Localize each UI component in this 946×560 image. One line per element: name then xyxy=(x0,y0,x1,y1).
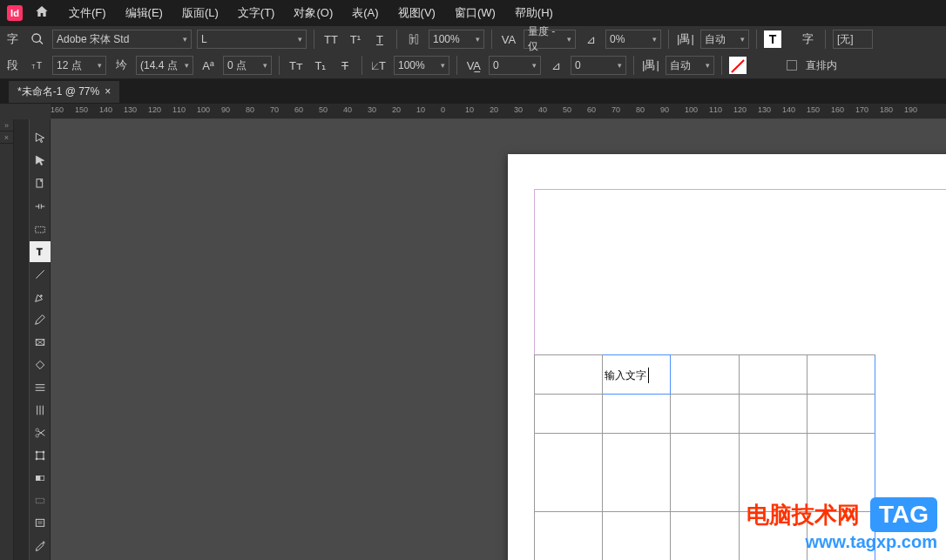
vertical-checkbox[interactable] xyxy=(787,60,797,71)
smallcaps-icon[interactable]: Tᴛ xyxy=(287,56,306,75)
search-font-icon[interactable] xyxy=(28,30,47,49)
app-icon[interactable]: Id xyxy=(7,5,23,21)
document-tab[interactable]: *未命名-1 @ 77% × xyxy=(9,81,119,103)
skew-icon: ⊿ xyxy=(546,56,565,75)
horizontal-grid-tool[interactable] xyxy=(30,377,51,398)
menu-help[interactable]: 帮助(H) xyxy=(507,5,561,21)
selection-tool[interactable] xyxy=(30,128,51,149)
font-style-dropdown[interactable]: L▾ xyxy=(197,30,307,49)
free-transform-tool[interactable] xyxy=(30,445,51,466)
scale-h-icon: T xyxy=(404,30,423,49)
kern2-value: 0 xyxy=(493,59,499,71)
panel-expand-icon[interactable]: » xyxy=(0,119,13,132)
table-cell[interactable] xyxy=(535,434,603,512)
gradient-feather-tool[interactable] xyxy=(30,490,51,511)
canvas[interactable]: 输入文字 xyxy=(51,119,946,560)
table-cell[interactable] xyxy=(807,395,875,434)
line-tool[interactable] xyxy=(30,264,51,285)
auto2-dropdown[interactable]: 自动▾ xyxy=(666,56,714,75)
leading-dropdown[interactable]: (14.4 点▾ xyxy=(136,56,193,75)
content-collector-tool[interactable] xyxy=(30,219,51,240)
scale-v-dropdown[interactable]: 100%▾ xyxy=(394,56,449,75)
subscript-icon[interactable]: T₁ xyxy=(311,56,330,75)
control-row-2: 段 TT 12 点▾ 坅 (14.4 点▾ Aª 0 点▾ Tᴛ T₁ T ⟀T… xyxy=(0,52,946,78)
rectangle-frame-tool[interactable] xyxy=(30,332,51,353)
table-cell[interactable] xyxy=(603,512,671,561)
rectangle-tool[interactable] xyxy=(30,354,51,375)
font-size-value: 12 点 xyxy=(57,58,82,73)
char-mode-label[interactable]: 字 xyxy=(7,31,23,47)
gradient-swatch-tool[interactable] xyxy=(30,468,51,489)
menu-bar: Id 文件(F) 编辑(E) 版面(L) 文字(T) 对象(O) 表(A) 视图… xyxy=(0,0,946,26)
style-none-dropdown[interactable]: [无] xyxy=(833,30,873,49)
eyedropper-tool[interactable] xyxy=(30,536,51,557)
type-tool[interactable]: T xyxy=(30,241,51,262)
table-cell[interactable] xyxy=(739,355,807,395)
menu-object[interactable]: 对象(O) xyxy=(286,5,341,21)
svg-point-7 xyxy=(40,295,42,297)
svg-rect-14 xyxy=(37,452,44,459)
table-cell[interactable] xyxy=(807,355,875,395)
ruler-tick: 140 xyxy=(99,105,112,114)
para-mode-label[interactable]: 字 xyxy=(802,31,818,47)
panel-close-icon[interactable]: × xyxy=(0,132,13,144)
scale-h-value: 100% xyxy=(433,33,460,45)
baseline-shift-dropdown[interactable]: 0 点▾ xyxy=(223,56,272,75)
track2-dropdown[interactable]: 0▾ xyxy=(571,56,626,75)
horizontal-ruler[interactable]: 1601501401301201101009080706050403020100… xyxy=(51,104,946,119)
ruler-tick: 160 xyxy=(831,105,844,114)
control-row-1: 字 Adobe 宋体 Std▾ L▾ TT T¹ T T 100%▾ VA 量度… xyxy=(0,26,946,52)
table-cell[interactable] xyxy=(671,434,739,512)
pen-tool[interactable] xyxy=(30,287,51,307)
table-row: 输入文字 xyxy=(535,355,875,395)
allcaps-icon[interactable]: TT xyxy=(321,30,341,49)
font-size-dropdown[interactable]: 12 点▾ xyxy=(52,56,106,75)
vertical-ruler[interactable] xyxy=(14,119,30,560)
stroke-swatch[interactable] xyxy=(729,57,747,74)
page-tool[interactable] xyxy=(30,173,51,194)
table-cell[interactable] xyxy=(671,395,739,434)
menu-layout[interactable]: 版面(L) xyxy=(174,5,226,21)
svg-point-18 xyxy=(43,458,44,460)
menu-view[interactable]: 视图(V) xyxy=(390,5,443,21)
svg-point-16 xyxy=(43,451,44,453)
menu-file[interactable]: 文件(F) xyxy=(61,5,114,21)
table-cell[interactable] xyxy=(535,355,603,395)
table-cell[interactable] xyxy=(739,395,807,434)
font-family-dropdown[interactable]: Adobe 宋体 Std▾ xyxy=(52,30,192,49)
auto1-dropdown[interactable]: 自动▾ xyxy=(700,30,749,49)
scale-h-dropdown[interactable]: 100%▾ xyxy=(429,30,484,49)
cell-text: 输入文字 xyxy=(603,368,649,383)
menu-table[interactable]: 表(A) xyxy=(344,5,386,21)
vertical-grid-tool[interactable] xyxy=(30,400,51,421)
table-cell[interactable] xyxy=(603,395,671,434)
table-cell[interactable] xyxy=(671,512,739,561)
menu-edit[interactable]: 编辑(E) xyxy=(118,5,171,21)
table-cell[interactable] xyxy=(535,395,603,434)
table-cell-editing[interactable]: 输入文字 xyxy=(603,355,671,395)
scissors-tool[interactable] xyxy=(30,422,51,443)
tab-close-icon[interactable]: × xyxy=(105,85,111,98)
underline-icon[interactable]: T xyxy=(370,30,389,49)
kern2-dropdown[interactable]: 0▾ xyxy=(489,56,541,75)
ruler-tick: 50 xyxy=(563,105,571,114)
home-icon[interactable] xyxy=(35,4,49,22)
table-cell[interactable] xyxy=(603,434,671,512)
ruler-tick: 100 xyxy=(685,105,698,114)
gap-tool[interactable] xyxy=(30,196,51,217)
para-label[interactable]: 段 xyxy=(7,57,23,73)
left-panel-collapsed[interactable]: » × xyxy=(0,119,14,560)
superscript-icon[interactable]: T¹ xyxy=(346,30,365,49)
direct-selection-tool[interactable] xyxy=(30,151,51,172)
baseline-icon: ⊿ xyxy=(581,30,600,49)
menu-text[interactable]: 文字(T) xyxy=(230,5,283,21)
fill-swatch[interactable]: T xyxy=(764,30,781,48)
kerning-dropdown[interactable]: 量度 - 仅▾ xyxy=(524,30,576,49)
strikethrough-icon[interactable]: T xyxy=(335,56,355,75)
table-cell[interactable] xyxy=(535,512,603,561)
table-cell[interactable] xyxy=(671,355,739,395)
menu-window[interactable]: 窗口(W) xyxy=(447,5,503,21)
note-tool[interactable] xyxy=(30,513,51,534)
pencil-tool[interactable] xyxy=(30,309,51,330)
baseline-dropdown[interactable]: 0%▾ xyxy=(605,30,661,49)
